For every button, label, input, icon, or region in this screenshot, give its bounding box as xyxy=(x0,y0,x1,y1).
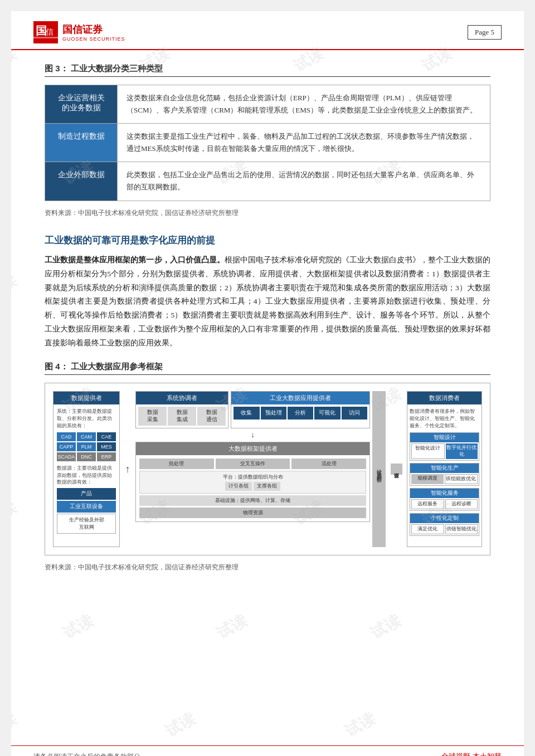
bigdata-provider-box: 大数据框架提供者 批处理 交叉互操作 流处理 平台：提供数据组织与分布 xyxy=(135,442,370,522)
source-box-devices: 工业互联设备 xyxy=(57,501,116,513)
footer-disclaimer: 请务必阅读正文之后的免责条款部分 xyxy=(33,753,140,757)
coord-item-3: 数据通信 xyxy=(197,407,226,426)
cat-intelligent-service: 智能化服务 远程服务 远程诊断 xyxy=(410,488,479,511)
cat-design-header: 智能设计 xyxy=(410,433,479,442)
coord-item-2: 数据集成 xyxy=(168,407,196,426)
label-cell-2: 制造过程数据 xyxy=(45,124,118,162)
ap-item-visualize: 可视化 xyxy=(314,407,340,420)
provider-desc2: 数据源：主要功能是提供原始数据，包括提供原始数据的源有效： xyxy=(57,465,116,486)
resource-label: 资源管理 xyxy=(391,464,402,475)
table-row: 企业运营相关的业务数据 这类数据来自企业信息化范畴，包括企业资源计划（ERP）、… xyxy=(45,85,490,124)
coord-item-1: 数据采集 xyxy=(138,407,167,426)
ap-item-analysis: 分析 xyxy=(288,407,313,420)
svg-text:信: 信 xyxy=(46,28,54,36)
bd-plat-item1: 计引各组 xyxy=(225,482,252,491)
cat-svc-item2: 远程诊断 xyxy=(445,499,478,509)
cat-personal-header: 个性化定制 xyxy=(410,514,479,523)
grid-cell-dnc: DNC xyxy=(77,452,96,461)
coordinator-body: 数据采集 数据集成 数据通信 xyxy=(136,404,228,428)
grid-cell-cad: CAD xyxy=(57,432,76,441)
provider-header: 数据提供者 xyxy=(54,392,119,404)
body-text: 工业数据是整体应用框架的第一步，入口价值凸显。根据中国电子技术标准化研究院的《工… xyxy=(45,253,490,351)
source-box-product: 产品 xyxy=(57,488,116,500)
watermark: 试读 xyxy=(162,708,199,742)
watermark: 试读 xyxy=(11,708,20,742)
content-area: 图 3： 工业大数据分类三种类型 企业运营相关的业务数据 这类数据来自企业信息化… xyxy=(11,50,524,611)
app-provider-header: 工业大数据应用提供者 xyxy=(231,392,369,404)
grid-cell-cae: CAE xyxy=(97,432,116,441)
cat-design-body: 智能化设计 数字化并行优化 xyxy=(410,442,479,460)
ap-item-access: 访问 xyxy=(342,407,367,420)
page-number: Page 5 xyxy=(468,25,502,40)
desc-cell-3: 此类数据，包括工业企业产品售出之后的使用、运营情况的数据，同时还包括大量客户名单… xyxy=(118,162,490,201)
cat-intelligent-production: 智能化生产 规模调度 班组能效优化 xyxy=(410,463,479,486)
grid-cell-plm: PLM xyxy=(77,442,96,451)
app-provider-body: 收集 预处理 分析 可视化 访问 xyxy=(231,404,369,422)
provider-section: 数据提供者 系统：主要功能是数据提取、分析和分发。此类功能的系统有： CAD C… xyxy=(53,391,120,547)
desc-cell-1: 这类数据来自企业信息化范畴，包括企业资源计划（ERP）、产品生命周期管理（PLM… xyxy=(118,85,490,124)
section-heading: 工业数据的可靠可用是数字化应用的前提 xyxy=(45,234,490,247)
watermark: 试读 xyxy=(59,609,96,643)
cat-intelligent-design: 智能设计 智能化设计 数字化并行优化 xyxy=(410,432,479,461)
consumer-body: 数据消费者有很多种，例如智能化设计、智能生产、智能化服务、个性化定制等。 智能设… xyxy=(407,404,481,542)
grid-cell-cam: CAM xyxy=(77,432,96,441)
figure4-container: 数据提供者 系统：主要功能是数据提取、分析和分发。此类功能的系统有： CAD C… xyxy=(45,383,490,555)
grid-cell-erp: ERP xyxy=(97,452,116,461)
svg-rect-3 xyxy=(33,37,58,38)
provider-body: 系统：主要功能是数据提取、分析和分发。此类功能的系统有： CAD CAM CAE… xyxy=(54,404,119,538)
svg-text:国: 国 xyxy=(36,25,47,37)
bd-engine-1: 批处理 xyxy=(139,459,214,469)
cat-prod-header: 智能化生产 xyxy=(410,464,479,473)
figure3-source: 资料来源：中国电子技术标准化研究院，国信证券经济研究所整理 xyxy=(45,209,490,217)
cat-svc-body: 远程服务 远程诊断 xyxy=(410,498,479,510)
page: 试读 试读 试读 试读 试读 试读 试读 试读 试读 试读 试读 试读 试读 试… xyxy=(11,11,524,756)
logo-cn: 国信证券 xyxy=(62,23,125,36)
ap-item-preprocess: 预处理 xyxy=(261,407,286,420)
logo-icon: 国 信 xyxy=(33,21,58,43)
cat-prod-item1: 规模调度 xyxy=(411,474,444,484)
bd-engine-3: 流处理 xyxy=(291,459,366,469)
provider-grid: CAD CAM CAE CAPP PLM MES SCADA DNC ERP xyxy=(57,432,116,461)
cat-prod-body: 规模调度 班组能效优化 xyxy=(410,473,479,485)
figure4-source: 资料来源：中国电子技术标准化研究院，国信证券经济研究所整理 xyxy=(45,563,490,572)
cat-personalization: 个性化定制 满足优化 供链智能优化 xyxy=(410,513,479,536)
watermark: 试读 xyxy=(213,609,250,643)
coordinator-items: 数据采集 数据集成 数据通信 xyxy=(138,407,226,426)
footer-tagline: 全球视野 本土智慧 xyxy=(441,752,502,756)
bigdata-top-rows: 批处理 交叉互操作 流处理 xyxy=(139,459,366,469)
bigdata-header: 大数据框架提供者 xyxy=(136,442,369,455)
resource-col: 资源管理 xyxy=(388,391,405,547)
ap-item-collect: 收集 xyxy=(234,407,259,420)
figure3-table: 企业运营相关的业务数据 这类数据来自企业信息化范畴，包括企业资源计划（ERP）、… xyxy=(45,85,490,201)
figure4-title: 图 4： 工业大数据应用参考框架 xyxy=(45,362,490,375)
app-provider-box: 工业大数据应用提供者 收集 预处理 分析 可视化 访问 xyxy=(231,391,370,428)
table-row: 企业外部数据 此类数据，包括工业企业产品售出之后的使用、运营情况的数据，同时还包… xyxy=(45,162,490,201)
table-row: 制造过程数据 这类数据主要是指工业生产过程中，装备、物料及产品加工过程的工况状态… xyxy=(45,124,490,162)
logo-text: 国信证券 GUOSEN SECURITIES xyxy=(62,23,125,42)
consumer-section: 数据消费者 数据消费者有很多种，例如智能化设计、智能生产、智能化服务、个性化定制… xyxy=(407,391,482,547)
provider-desc1: 系统：主要功能是数据提取、分析和分发。此类功能的系统有： xyxy=(57,408,116,429)
consumer-header: 数据消费者 xyxy=(407,392,481,404)
watermark: 试读 xyxy=(367,609,404,643)
logo-en: GUOSEN SECURITIES xyxy=(62,36,125,42)
figure3-title: 图 3： 工业大数据分类三种类型 xyxy=(45,64,490,77)
info-item-1: 经 过 集 成 后 的 数 据 xyxy=(372,391,386,547)
label-cell-3: 企业外部数据 xyxy=(45,162,118,201)
body-text-strong: 工业数据是整体应用框架的第一步，入口价值凸显。 xyxy=(45,256,225,264)
arrow-down: ↓ xyxy=(135,431,370,440)
fig4-main: 数据提供者 系统：主要功能是数据提取、分析和分发。此类功能的系统有： CAD C… xyxy=(53,391,482,547)
source-box-internet: 生产经验及外部互联网 xyxy=(57,514,116,534)
cat-personal-body: 满足优化 供链智能优化 xyxy=(410,523,479,535)
cat-svc-header: 智能化服务 xyxy=(410,489,479,498)
grid-cell-mes: MES xyxy=(97,442,116,451)
cat-prod-item2: 班组能效优化 xyxy=(445,474,478,484)
bd-plat-item2: 支撑各组 xyxy=(254,482,280,491)
header: 国 信 国信证券 GUOSEN SECURITIES Page 5 xyxy=(11,11,524,50)
watermark: 试读 xyxy=(341,708,378,742)
bd-infra: 基础设施：提供网络、计算、存储 xyxy=(139,495,366,506)
bd-platform: 平台：提供数据组织与分布 计引各组 支撑各组 xyxy=(139,471,366,494)
coordinator-box: 系统协调者 数据采集 数据集成 数据通信 xyxy=(135,391,228,428)
cat-design-item2: 数字化并行优化 xyxy=(446,443,478,459)
footer: 请务必阅读正文之后的免责条款部分 全球视野 本土智慧 xyxy=(11,745,524,756)
cat-design-item1: 智能化设计 xyxy=(411,443,445,459)
